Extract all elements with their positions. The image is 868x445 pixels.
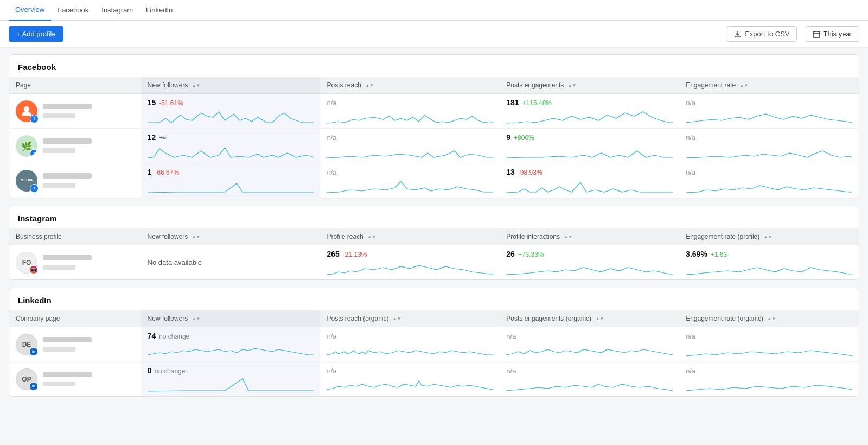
sparkline — [327, 143, 493, 158]
export-csv-button[interactable]: Export to CSV — [727, 26, 796, 42]
metric-cell: n/a — [686, 168, 852, 193]
nav-linkedin[interactable]: LinkedIn — [139, 0, 179, 21]
main-content: Facebook Page New followers ▲▼ Posts rea… — [0, 48, 868, 411]
svg-point-1 — [24, 106, 29, 112]
export-icon — [734, 30, 742, 38]
linkedin-section: LinkedIn Company page New followers ▲▼ P… — [9, 288, 859, 397]
sparkline — [148, 109, 314, 124]
page-name — [43, 337, 92, 342]
sparkline — [327, 342, 493, 357]
metric-cell: n/a — [327, 367, 493, 392]
nav-overview[interactable]: Overview — [9, 0, 51, 21]
page-cell: 🌿 f — [16, 135, 135, 157]
page-info — [43, 104, 92, 118]
metric-cell: 12 +∞ — [148, 133, 314, 158]
sparkline — [327, 260, 493, 275]
fb-badge: f — [30, 149, 37, 157]
sparkline — [327, 109, 493, 124]
metric-cell: n/a — [506, 332, 673, 357]
sparkline — [686, 109, 852, 124]
table-row: OP in 0 no — [9, 362, 859, 397]
metric-cell: 26 +73.33% — [506, 250, 673, 275]
table-row: FO 📷 No data available — [9, 245, 859, 280]
page-sub — [43, 183, 75, 188]
fb-badge: f — [30, 115, 39, 123]
metric-cell: 265 -21.13% — [327, 250, 493, 275]
sort-icon: ▲▼ — [740, 84, 749, 88]
li-col-reach[interactable]: Posts reach (organic) ▲▼ — [320, 310, 500, 327]
metric-cell: n/a — [686, 134, 852, 158]
facebook-section: Facebook Page New followers ▲▼ Posts rea… — [9, 54, 859, 198]
page-info — [43, 372, 92, 386]
nav-facebook[interactable]: Facebook — [51, 0, 95, 21]
sort-icon: ▲▼ — [564, 235, 572, 239]
metric-cell: n/a — [686, 367, 852, 392]
ig-col-rate[interactable]: Engagement rate (profile) ▲▼ — [679, 228, 859, 245]
ig-col-followers[interactable]: New followers ▲▼ — [141, 228, 321, 245]
metric-cell: 74 no change — [148, 332, 314, 357]
date-picker-button[interactable]: This year — [806, 26, 859, 42]
metric-value: 3.69% +1.63 — [686, 250, 852, 258]
metric-cell: 1 -66.67% — [148, 168, 314, 193]
avatar: FO 📷 — [16, 252, 37, 274]
fb-col-followers[interactable]: New followers ▲▼ — [141, 77, 321, 94]
instagram-section-title: Instagram — [9, 206, 859, 228]
nav-instagram[interactable]: Instagram — [95, 0, 139, 21]
metric-cell: n/a — [686, 332, 852, 357]
metric-value: 0 no change — [148, 366, 314, 375]
page-cell: f — [16, 100, 135, 122]
add-profile-button[interactable]: + Add profile — [9, 26, 63, 42]
metric-value: 12 +∞ — [148, 133, 314, 142]
page-name — [43, 372, 92, 377]
metric-value: 13 -98.93% — [506, 168, 673, 176]
sparkline — [506, 143, 673, 158]
ig-col-engagements[interactable]: Profile interactions ▲▼ — [500, 228, 679, 245]
metric-value: 15 -51.61% — [148, 98, 314, 107]
sparkline — [506, 260, 673, 275]
page-cell: MEDIA f — [16, 170, 135, 192]
facebook-section-title: Facebook — [9, 55, 859, 77]
page-cell: DE in — [16, 334, 135, 355]
sparkline — [148, 143, 314, 158]
li-col-engagements[interactable]: Posts engagements (organic) ▲▼ — [500, 310, 679, 327]
page-name — [43, 255, 92, 260]
table-row: DE in 74 n — [9, 327, 859, 362]
sort-icon: ▲▼ — [767, 317, 776, 321]
sort-icon: ▲▼ — [192, 235, 201, 239]
toolbar: + Add profile Export to CSV This year — [0, 21, 868, 48]
sort-icon: ▲▼ — [192, 317, 201, 321]
page-name — [43, 173, 92, 179]
instagram-table: Business profile New followers ▲▼ Profil… — [9, 228, 859, 279]
sparkline — [148, 377, 314, 392]
metric-cell: 3.69% +1.63 — [686, 250, 852, 275]
ig-col-reach[interactable]: Profile reach ▲▼ — [320, 228, 500, 245]
fb-col-engagements[interactable]: Posts engagements ▲▼ — [500, 77, 679, 94]
table-row: 🌿 f 12 +∞ — [9, 129, 859, 163]
toolbar-right: Export to CSV This year — [727, 26, 859, 42]
sparkline — [327, 178, 493, 193]
ig-col-page: Business profile — [9, 228, 141, 245]
fb-col-reach[interactable]: Posts reach ▲▼ — [320, 77, 500, 94]
facebook-table: Page New followers ▲▼ Posts reach ▲▼ Pos… — [9, 77, 859, 198]
instagram-section: Instagram Business profile New followers… — [9, 206, 859, 280]
li-badge: in — [29, 347, 38, 356]
sparkline — [506, 178, 673, 193]
li-col-page: Company page — [9, 310, 141, 327]
sparkline — [686, 342, 852, 357]
linkedin-section-title: LinkedIn — [9, 288, 859, 310]
sort-icon: ▲▼ — [192, 84, 201, 88]
avatar: f — [16, 100, 37, 122]
page-cell: FO 📷 — [16, 252, 135, 274]
metric-cell: n/a — [686, 99, 852, 124]
page-sub — [43, 265, 75, 270]
li-col-followers[interactable]: New followers ▲▼ — [141, 310, 321, 327]
li-col-rate[interactable]: Engagement rate (organic) ▲▼ — [679, 310, 859, 327]
sort-icon: ▲▼ — [365, 84, 374, 88]
sparkline — [686, 178, 852, 193]
fb-col-rate[interactable]: Engagement rate ▲▼ — [679, 77, 859, 94]
sort-icon: ▲▼ — [595, 317, 604, 321]
fb-badge: f — [30, 184, 39, 193]
sparkline — [686, 377, 852, 392]
page-sub — [43, 382, 75, 386]
sparkline — [506, 377, 673, 392]
